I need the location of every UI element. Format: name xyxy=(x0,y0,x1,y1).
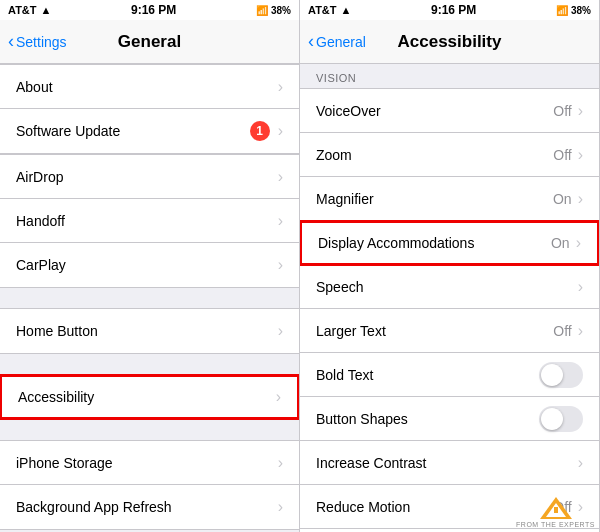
carrier-right: AT&T xyxy=(308,4,337,16)
label-carplay: CarPlay xyxy=(16,257,278,273)
row-handoff[interactable]: Handoff › xyxy=(0,199,299,243)
settings-list-right: VISION VoiceOver Off › Zoom Off › Magnif… xyxy=(300,64,599,532)
row-increase-contrast[interactable]: Increase Contrast › xyxy=(300,441,599,485)
chevron-carplay: › xyxy=(278,256,283,274)
toggle-button-shapes[interactable] xyxy=(539,406,583,432)
status-left: AT&T ▲ xyxy=(8,4,51,16)
label-zoom: Zoom xyxy=(316,147,553,163)
row-display-accommodations[interactable]: Display Accommodations On › xyxy=(300,221,599,265)
right-panel: AT&T ▲ 9:16 PM 📶 38% ‹ General Accessibi… xyxy=(300,0,600,532)
nav-title-right: Accessibility xyxy=(398,32,502,52)
battery-left: 38% xyxy=(271,5,291,16)
value-magnifier: On xyxy=(553,191,572,207)
chevron-airdrop: › xyxy=(278,168,283,186)
back-button-right[interactable]: ‹ General xyxy=(308,33,366,50)
label-display-accommodations: Display Accommodations xyxy=(318,235,551,251)
chevron-background-app-refresh: › xyxy=(278,498,283,516)
label-background-app-refresh: Background App Refresh xyxy=(16,499,278,515)
time-left: 9:16 PM xyxy=(131,3,176,17)
group-airdrop: AirDrop › Handoff › CarPlay › xyxy=(0,154,299,288)
nav-bar-left: ‹ Settings General xyxy=(0,20,299,64)
row-voiceover[interactable]: VoiceOver Off › xyxy=(300,89,599,133)
label-increase-contrast: Increase Contrast xyxy=(316,455,578,471)
row-button-shapes[interactable]: Button Shapes xyxy=(300,397,599,441)
chevron-increase-contrast: › xyxy=(578,454,583,472)
wifi-icon-right: ▲ xyxy=(341,4,352,16)
row-iphone-storage[interactable]: iPhone Storage › xyxy=(0,441,299,485)
status-right-right: 📶 38% xyxy=(556,5,591,16)
row-accessibility[interactable]: Accessibility › xyxy=(0,375,299,419)
nav-bar-right: ‹ General Accessibility xyxy=(300,20,599,64)
label-voiceover: VoiceOver xyxy=(316,103,553,119)
bluetooth-icon-left: 📶 xyxy=(256,5,268,16)
chevron-about: › xyxy=(278,78,283,96)
group-vision: VoiceOver Off › Zoom Off › Magnifier On … xyxy=(300,88,599,532)
row-magnifier[interactable]: Magnifier On › xyxy=(300,177,599,221)
chevron-zoom: › xyxy=(578,146,583,164)
bluetooth-icon-right: 📶 xyxy=(556,5,568,16)
chevron-voiceover: › xyxy=(578,102,583,120)
status-right-left: 📶 38% xyxy=(256,5,291,16)
row-about[interactable]: About › xyxy=(0,65,299,109)
nav-title-left: General xyxy=(118,32,181,52)
chevron-software-update: › xyxy=(278,122,283,140)
label-larger-text: Larger Text xyxy=(316,323,553,339)
label-about: About xyxy=(16,79,278,95)
row-bold-text[interactable]: Bold Text xyxy=(300,353,599,397)
toggle-bold-text[interactable] xyxy=(539,362,583,388)
vision-section-header: VISION xyxy=(300,64,599,88)
svg-rect-2 xyxy=(554,507,558,513)
back-label-right: General xyxy=(316,34,366,50)
status-left-right: AT&T ▲ xyxy=(308,4,351,16)
battery-right: 38% xyxy=(571,5,591,16)
value-zoom: Off xyxy=(553,147,571,163)
status-bar-right: AT&T ▲ 9:16 PM 📶 38% xyxy=(300,0,599,20)
row-software-update[interactable]: Software Update 1 › xyxy=(0,109,299,153)
appuals-logo xyxy=(538,495,574,521)
value-larger-text: Off xyxy=(553,323,571,339)
label-software-update: Software Update xyxy=(16,123,250,139)
time-right: 9:16 PM xyxy=(431,3,476,17)
label-button-shapes: Button Shapes xyxy=(316,411,539,427)
group-about: About › Software Update 1 › xyxy=(0,64,299,154)
row-carplay[interactable]: CarPlay › xyxy=(0,243,299,287)
chevron-home-button: › xyxy=(278,322,283,340)
chevron-speech: › xyxy=(578,278,583,296)
label-accessibility: Accessibility xyxy=(18,389,276,405)
back-label-left: Settings xyxy=(16,34,67,50)
settings-list-left: About › Software Update 1 › AirDrop › Ha… xyxy=(0,64,299,532)
appuals-watermark: FROM THE EXPERTS xyxy=(516,495,595,528)
chevron-handoff: › xyxy=(278,212,283,230)
label-iphone-storage: iPhone Storage xyxy=(16,455,278,471)
chevron-magnifier: › xyxy=(578,190,583,208)
chevron-display-accommodations: › xyxy=(576,234,581,252)
group-accessibility: Accessibility › xyxy=(0,374,299,420)
label-bold-text: Bold Text xyxy=(316,367,539,383)
label-airdrop: AirDrop xyxy=(16,169,278,185)
wifi-icon-left: ▲ xyxy=(41,4,52,16)
back-chevron-right: ‹ xyxy=(308,32,314,50)
value-voiceover: Off xyxy=(553,103,571,119)
row-home-button[interactable]: Home Button › xyxy=(0,309,299,353)
back-button-left[interactable]: ‹ Settings xyxy=(8,33,67,50)
row-larger-text[interactable]: Larger Text Off › xyxy=(300,309,599,353)
label-handoff: Handoff xyxy=(16,213,278,229)
chevron-larger-text: › xyxy=(578,322,583,340)
left-panel: AT&T ▲ 9:16 PM 📶 38% ‹ Settings General … xyxy=(0,0,300,532)
label-home-button: Home Button xyxy=(16,323,278,339)
row-background-app-refresh[interactable]: Background App Refresh › xyxy=(0,485,299,529)
label-speech: Speech xyxy=(316,279,578,295)
row-zoom[interactable]: Zoom Off › xyxy=(300,133,599,177)
row-airdrop[interactable]: AirDrop › xyxy=(0,155,299,199)
row-speech[interactable]: Speech › xyxy=(300,265,599,309)
chevron-accessibility: › xyxy=(276,388,281,406)
appuals-text: FROM THE EXPERTS xyxy=(516,521,595,528)
badge-software-update: 1 xyxy=(250,121,270,141)
carrier-left: AT&T xyxy=(8,4,37,16)
chevron-iphone-storage: › xyxy=(278,454,283,472)
group-home-button: Home Button › xyxy=(0,308,299,354)
group-storage: iPhone Storage › Background App Refresh … xyxy=(0,440,299,530)
value-display-accommodations: On xyxy=(551,235,570,251)
back-chevron-left: ‹ xyxy=(8,32,14,50)
label-magnifier: Magnifier xyxy=(316,191,553,207)
